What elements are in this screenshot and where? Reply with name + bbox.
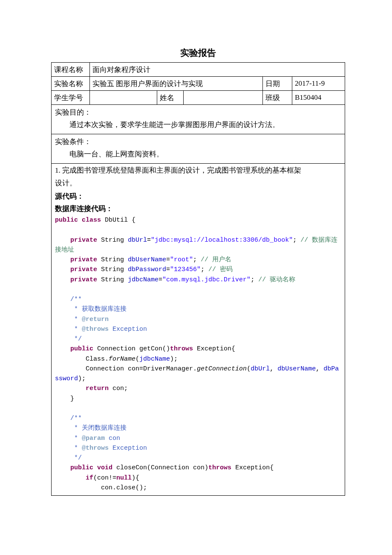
purpose-heading: 实验目的： (55, 107, 341, 119)
course-label: 课程名称 (52, 63, 90, 77)
sid-value (89, 91, 157, 105)
conditions-body: 电脑一台、能上网查阅资料。 (55, 148, 341, 161)
table-row: 课程名称 面向对象程序设计 (52, 63, 345, 77)
date-label: 日期 (263, 77, 292, 91)
table-row: 实验名称 实验五 图形用户界面的设计与实现 日期 2017-11-9 (52, 77, 345, 91)
sid-label: 学生学号 (52, 91, 90, 105)
class-label: 班级 (263, 91, 292, 105)
db-label: 数据库连接代码： (55, 203, 341, 215)
page-title: 实验报告 (51, 47, 345, 59)
exp-label: 实验名称 (52, 77, 90, 91)
conditions-section: 实验条件： 电脑一台、能上网查阅资料。 (51, 134, 345, 164)
info-table: 课程名称 面向对象程序设计 实验名称 实验五 图形用户界面的设计与实现 日期 2… (51, 62, 345, 105)
task-line1: 1. 完成图书管理系统登陆界面和主界面的设计，完成图书管理系统的基本框架 (55, 165, 341, 177)
purpose-section: 实验目的： 通过本次实验，要求学生能进一步掌握图形用户界面的设计方法。 (51, 105, 345, 134)
code-listing: public class DbUtil { private String dbU… (55, 215, 341, 493)
date-value: 2017-11-9 (292, 77, 345, 91)
purpose-body: 通过本次实验，要求学生能进一步掌握图形用户界面的设计方法。 (55, 119, 341, 131)
task-line2: 设计。 (55, 177, 341, 190)
class-value: B150404 (292, 91, 345, 105)
course-value: 面向对象程序设计 (89, 63, 345, 77)
name-value (184, 91, 263, 105)
conditions-heading: 实验条件： (55, 136, 341, 148)
source-label: 源代码： (55, 191, 341, 203)
document-page: 实验报告 课程名称 面向对象程序设计 实验名称 实验五 图形用户界面的设计与实现… (0, 0, 392, 555)
table-row: 学生学号 姓名 班级 B150404 (52, 91, 345, 105)
name-label: 姓名 (157, 91, 184, 105)
exp-value: 实验五 图形用户界面的设计与实现 (89, 77, 262, 91)
content-section: 1. 完成图书管理系统登陆界面和主界面的设计，完成图书管理系统的基本框架 设计。… (51, 164, 345, 496)
